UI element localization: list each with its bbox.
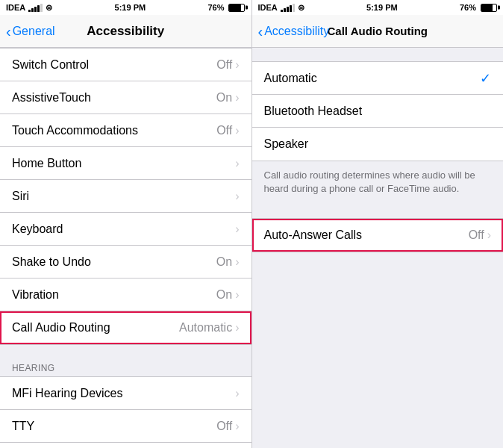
right-keyboard: › [235, 223, 239, 236]
carrier-right: IDEA [258, 3, 278, 12]
chevron-auto-answer: › [487, 228, 491, 242]
time-left: 5:19 PM [115, 3, 146, 12]
label-call-audio-routing: Call Audio Routing [12, 321, 110, 335]
right-mfi: › [235, 387, 239, 400]
list-item-call-audio-routing[interactable]: Call Audio Routing Automatic › [0, 311, 251, 344]
auto-answer-section: Auto-Answer Calls Off › [252, 218, 504, 252]
label-vibration: Vibration [12, 288, 59, 302]
nav-title-right: Call Audio Routing [328, 25, 428, 37]
chevron-mfi: › [235, 387, 239, 400]
back-label-right: Accessibility [264, 25, 329, 38]
hearing-section-header: HEARING [0, 358, 251, 376]
battery-pct-right: 76% [460, 3, 476, 12]
list-item-auto-answer[interactable]: Auto-Answer Calls Off › [252, 219, 504, 252]
label-shake-to-undo: Shake to Undo [12, 255, 91, 269]
label-home-button: Home Button [12, 157, 81, 170]
right-home-button: › [235, 157, 239, 170]
chevron-call-audio-routing: › [235, 321, 239, 335]
right-call-audio-routing: Automatic › [179, 321, 239, 335]
label-keyboard: Keyboard [12, 223, 63, 236]
value-assistivetouch: On [216, 91, 232, 105]
list-item-shake-to-undo[interactable]: Shake to Undo On › [0, 246, 251, 279]
value-vibration: On [216, 288, 232, 302]
list-item-home-button[interactable]: Home Button › [0, 147, 251, 180]
nav-bar-right: ‹ Accessibility Call Audio Routing [252, 15, 504, 48]
right-vibration: On › [216, 288, 240, 302]
time-right: 5:19 PM [366, 3, 398, 12]
right-tty: Off › [216, 420, 239, 433]
chevron-shake-to-undo: › [235, 255, 239, 269]
label-automatic: Automatic [264, 72, 317, 85]
signal-icon-right [281, 3, 295, 12]
back-button-left[interactable]: ‹ General [6, 24, 55, 39]
list-item-siri[interactable]: Siri › [0, 180, 251, 213]
label-auto-answer: Auto-Answer Calls [264, 228, 363, 242]
chevron-home-button: › [235, 157, 239, 170]
status-bar-left-info: IDEA ⊜ [6, 3, 52, 13]
list-item-mfi[interactable]: MFi Hearing Devices › [0, 377, 251, 410]
chevron-vibration: › [235, 288, 239, 302]
label-siri: Siri [12, 190, 29, 203]
left-scroll-area: Switch Control Off › AssistiveTouch On ›… [0, 48, 251, 448]
status-bar-right-right-info: 76% [460, 3, 497, 12]
status-bar-left: IDEA ⊜ 5:19 PM 76% [0, 0, 251, 15]
status-bar-right-left-info: IDEA ⊜ [258, 3, 304, 13]
list-item-keyboard[interactable]: Keyboard › [0, 213, 251, 246]
audio-options-section: Automatic ✓ Bluetooth Headset Speaker [252, 61, 504, 161]
label-bluetooth-headset: Bluetooth Headset [264, 105, 363, 118]
right-assistivetouch: On › [216, 91, 240, 105]
nav-bar-left: ‹ General Accessibility [0, 15, 251, 48]
list-item-switch-control[interactable]: Switch Control Off › [0, 49, 251, 81]
list-item-assistivetouch[interactable]: AssistiveTouch On › [0, 81, 251, 114]
label-assistivetouch: AssistiveTouch [12, 91, 91, 105]
auto-answer-wrapper: Auto-Answer Calls Off › [252, 218, 504, 252]
list-item-touch-accommodations[interactable]: Touch Accommodations Off › [0, 114, 251, 147]
list-item-speaker[interactable]: Speaker [252, 128, 504, 161]
right-auto-answer: Off › [469, 228, 491, 242]
right-shake-to-undo: On › [216, 255, 240, 269]
battery-pct-left: 76% [207, 3, 224, 12]
audio-options-wrapper: Automatic ✓ Bluetooth Headset Speaker [252, 61, 504, 161]
list-item-vibration[interactable]: Vibration On › [0, 279, 251, 311]
back-label-left: General [13, 25, 55, 38]
chevron-keyboard: › [235, 223, 239, 236]
list-item-automatic[interactable]: Automatic ✓ [252, 62, 504, 95]
value-auto-answer: Off [469, 228, 484, 242]
status-bar-right: IDEA ⊜ 5:19 PM 76% [252, 0, 504, 15]
value-touch-accommodations: Off [216, 124, 232, 137]
hearing-list-section: MFi Hearing Devices › TTY Off › LED Flas… [0, 376, 251, 448]
chevron-switch-control: › [235, 58, 239, 72]
label-tty: TTY [12, 420, 34, 433]
back-chevron-right: ‹ [258, 24, 263, 39]
back-chevron-left: ‹ [6, 24, 11, 39]
value-call-audio-routing: Automatic [179, 321, 232, 335]
nav-title-left: Accessibility [87, 24, 164, 39]
label-switch-control: Switch Control [12, 58, 89, 72]
chevron-assistivetouch: › [235, 91, 239, 105]
audio-routing-description: Call audio routing determines where audi… [252, 161, 504, 205]
wifi-icon-left: ⊜ [46, 3, 52, 13]
main-list-section: Switch Control Off › AssistiveTouch On ›… [0, 48, 251, 345]
list-item-tty[interactable]: TTY Off › [0, 410, 251, 443]
battery-icon-left [228, 4, 245, 12]
label-touch-accommodations: Touch Accommodations [12, 124, 138, 137]
status-bar-right-info-left: 76% [207, 3, 245, 12]
hearing-section-wrapper: HEARING MFi Hearing Devices › TTY Off › [0, 358, 251, 448]
signal-icon-left [28, 3, 43, 12]
back-button-right[interactable]: ‹ Accessibility [258, 24, 330, 39]
value-switch-control: Off [216, 58, 232, 72]
checkmark-automatic: ✓ [480, 70, 491, 87]
list-item-bluetooth-headset[interactable]: Bluetooth Headset [252, 95, 504, 128]
wifi-icon-right: ⊜ [298, 3, 304, 13]
chevron-siri: › [235, 190, 239, 203]
carrier-left: IDEA [6, 3, 25, 12]
list-item-led-flash[interactable]: LED Flash for Alerts Off › [0, 443, 251, 448]
label-mfi: MFi Hearing Devices [12, 387, 122, 400]
chevron-touch-accommodations: › [235, 124, 239, 137]
left-panel: IDEA ⊜ 5:19 PM 76% ‹ General Accessibili… [0, 0, 251, 448]
battery-icon-right [481, 4, 497, 12]
label-speaker: Speaker [264, 137, 309, 151]
chevron-tty: › [235, 420, 239, 433]
value-shake-to-undo: On [216, 255, 232, 269]
right-touch-accommodations: Off › [216, 124, 239, 137]
